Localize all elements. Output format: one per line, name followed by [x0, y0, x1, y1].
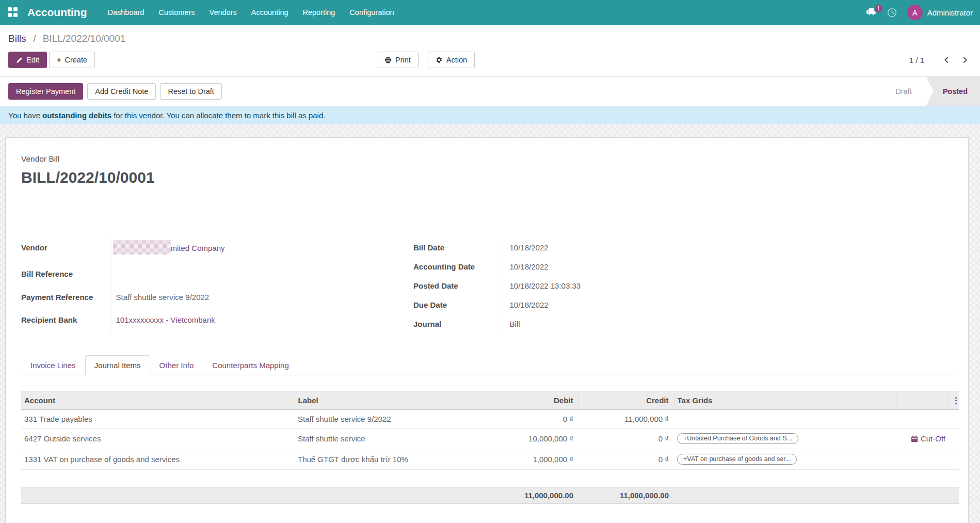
- recipient-bank-label: Recipient Bank: [21, 310, 110, 334]
- journal-items-table: Account Label Debit Credit Tax Grids ⋮ 3…: [21, 391, 959, 504]
- printer-icon: [384, 56, 392, 64]
- cell-tax-grids: +Untaxed Purchase of Goods and S...: [674, 429, 896, 449]
- create-button[interactable]: + Create: [49, 52, 95, 68]
- journal-value[interactable]: Bill: [504, 314, 806, 334]
- table-totals-row: 11,000,000.00 11,000,000.00: [21, 487, 959, 504]
- field-group-right: Bill Date 10/18/2022 Accounting Date 10/…: [413, 238, 806, 334]
- messages-icon[interactable]: 1: [866, 8, 877, 18]
- bill-reference-value: [110, 264, 413, 288]
- cutoff-button[interactable]: Cut-Off: [896, 429, 949, 449]
- tab-invoice-lines[interactable]: Invoice Lines: [21, 355, 85, 375]
- cell-label: Staff shuttle service 9/2022: [295, 410, 487, 429]
- field-group-left: Vendor mited Company Bill Reference Paym…: [21, 238, 413, 334]
- tax-grid-tag[interactable]: +Untaxed Purchase of Goods and S...: [677, 433, 798, 444]
- top-navbar: Accounting Dashboard Customers Vendors A…: [0, 0, 980, 25]
- odoo-accounting-screen: Accounting Dashboard Customers Vendors A…: [0, 0, 980, 523]
- payment-reference-value: Staff shuttle service 9/2022: [110, 288, 413, 311]
- nav-item-configuration[interactable]: Configuration: [342, 0, 401, 25]
- journal-label: Journal: [413, 314, 504, 334]
- cell-tax-grids: [674, 410, 896, 429]
- column-header-cutoff: [896, 391, 949, 410]
- bill-reference-label: Bill Reference: [21, 264, 110, 288]
- recipient-bank-value[interactable]: 101xxxxxxxxx - Vietcombank: [110, 310, 413, 334]
- column-header-debit[interactable]: Debit: [487, 391, 579, 410]
- accounting-date-value: 10/18/2022: [504, 257, 806, 276]
- statusbar-state-draft[interactable]: Draft: [889, 77, 926, 106]
- activities-clock-icon[interactable]: [887, 8, 897, 18]
- column-header-label[interactable]: Label: [295, 391, 487, 410]
- table-row[interactable]: 6427 Outside services Staff shuttle serv…: [21, 429, 959, 449]
- action-button[interactable]: Action: [428, 52, 475, 68]
- tab-counterparts-mapping[interactable]: Counterparts Mapping: [203, 355, 298, 375]
- cell-cutoff: [896, 449, 949, 470]
- cell-tax-grids: +VAT on purchase of goods and ser...: [674, 449, 896, 470]
- tab-journal-items[interactable]: Journal Items: [85, 355, 150, 375]
- print-button[interactable]: Print: [377, 52, 419, 68]
- edit-button[interactable]: Edit: [8, 52, 47, 68]
- pager-next-icon[interactable]: [961, 56, 969, 64]
- vendor-value[interactable]: mited Company: [110, 238, 413, 264]
- column-header-credit[interactable]: Credit: [579, 391, 674, 410]
- nav-item-reporting[interactable]: Reporting: [296, 0, 343, 25]
- control-panel: Bills / BILL/2022/10/0001 Edit + Create …: [0, 25, 980, 76]
- form-sheet: Vendor Bill BILL/2022/10/0001 Vendor mit…: [5, 137, 969, 523]
- user-menu[interactable]: A Administrator: [907, 5, 976, 20]
- nav-item-dashboard[interactable]: Dashboard: [101, 0, 152, 25]
- table-row[interactable]: 1331 VAT on purchase of goods and servic…: [21, 449, 959, 470]
- accounting-date-label: Accounting Date: [413, 257, 504, 276]
- navbar-right: 1 A Administrator: [866, 5, 980, 20]
- edit-button-label: Edit: [26, 56, 39, 64]
- control-panel-buttons: Edit + Create Print Action 1 / 1: [8, 52, 972, 68]
- outstanding-debits-alert: You haveoutstanding debitsfor this vendo…: [0, 106, 980, 124]
- tax-grid-tag[interactable]: +VAT on purchase of goods and ser...: [677, 454, 797, 465]
- nav-item-accounting[interactable]: Accounting: [244, 0, 296, 25]
- status-button-row: Register Payment Add Credit Note Reset t…: [0, 76, 980, 106]
- cell-debit: 10,000,000 ₫: [487, 429, 579, 449]
- statusbar-state-posted[interactable]: Posted: [926, 77, 980, 106]
- total-credit: 11,000,000.00: [579, 487, 674, 504]
- nav-item-vendors[interactable]: Vendors: [202, 0, 244, 25]
- main-menu: Dashboard Customers Vendors Accounting R…: [101, 0, 401, 25]
- table-row[interactable]: 331 Trade payables Staff shuttle service…: [21, 410, 959, 429]
- cell-label: Thuế GTGT được khấu trừ 10%: [295, 449, 487, 470]
- bill-date-value: 10/18/2022: [504, 238, 806, 257]
- cell-credit: 11,000,000 ₫: [579, 410, 674, 429]
- breadcrumb-bills[interactable]: Bills: [8, 33, 26, 44]
- cell-account: 1331 VAT on purchase of goods and servic…: [21, 449, 295, 470]
- pager: 1 / 1: [909, 56, 972, 65]
- cell-account: 6427 Outside services: [21, 429, 295, 449]
- calendar-icon: [911, 435, 918, 442]
- table-header-row: Account Label Debit Credit Tax Grids ⋮: [21, 391, 959, 410]
- pager-value: 1 / 1: [909, 56, 924, 65]
- document-name: BILL/2022/10/0001: [21, 169, 958, 186]
- register-payment-button[interactable]: Register Payment: [8, 83, 83, 100]
- nav-item-customers[interactable]: Customers: [151, 0, 202, 25]
- print-button-label: Print: [395, 56, 411, 64]
- avatar: A: [907, 5, 923, 20]
- reset-to-draft-button[interactable]: Reset to Draft: [160, 83, 221, 100]
- total-debit: 11,000,000.00: [487, 487, 579, 504]
- breadcrumb: Bills / BILL/2022/10/0001: [8, 33, 972, 44]
- statusbar: Draft Posted: [889, 77, 980, 106]
- due-date-label: Due Date: [413, 295, 504, 314]
- cell-credit: 0 ₫: [579, 449, 674, 470]
- add-credit-note-button[interactable]: Add Credit Note: [87, 83, 156, 100]
- messages-badge: 1: [874, 4, 883, 13]
- user-name: Administrator: [927, 8, 973, 17]
- app-brand[interactable]: Accounting: [27, 6, 87, 19]
- apps-menu-icon[interactable]: [8, 7, 18, 18]
- table-spacer-row: [21, 470, 959, 487]
- cell-debit: 0 ₫: [487, 410, 579, 429]
- plus-icon: +: [57, 56, 61, 64]
- field-groups: Vendor mited Company Bill Reference Paym…: [21, 238, 958, 334]
- vendor-label: Vendor: [21, 238, 110, 264]
- action-button-label: Action: [446, 56, 467, 64]
- pager-previous-icon[interactable]: [943, 56, 950, 64]
- optional-columns-icon[interactable]: ⋮: [949, 391, 959, 410]
- column-header-tax-grids[interactable]: Tax Grids: [674, 391, 896, 410]
- tab-other-info[interactable]: Other Info: [150, 355, 203, 375]
- form-view-background: Vendor Bill BILL/2022/10/0001 Vendor mit…: [0, 124, 980, 523]
- due-date-value: 10/18/2022: [504, 295, 806, 314]
- column-header-account[interactable]: Account: [21, 391, 295, 410]
- payment-reference-label: Payment Reference: [21, 288, 110, 311]
